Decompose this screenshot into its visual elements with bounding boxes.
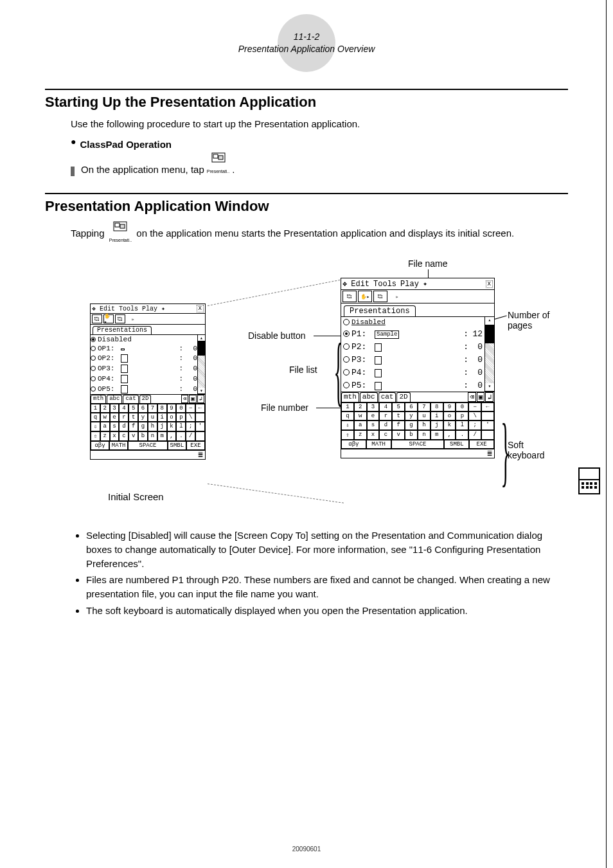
radio-icon[interactable] bbox=[343, 356, 350, 363]
soft-keyboard[interactable]: mth abc cat 2D ⌫ ▣ ↲ 1234567890−←qwertyu… bbox=[91, 394, 205, 450]
menu-tools[interactable]: Tools bbox=[119, 305, 138, 312]
key[interactable]: w bbox=[354, 411, 367, 420]
radio-icon[interactable] bbox=[343, 369, 350, 375]
key[interactable]: w bbox=[100, 413, 110, 422]
key[interactable]: 8 bbox=[431, 402, 443, 411]
key[interactable]: 5 bbox=[129, 404, 138, 413]
key[interactable] bbox=[481, 411, 494, 420]
key[interactable]: , bbox=[443, 430, 456, 440]
kbd-tab[interactable]: 2D bbox=[396, 392, 410, 402]
key[interactable]: 5 bbox=[392, 402, 405, 411]
key[interactable]: g bbox=[138, 422, 148, 431]
radio-icon[interactable] bbox=[343, 319, 350, 325]
key[interactable]: k bbox=[443, 420, 456, 430]
key[interactable]: x bbox=[110, 431, 120, 441]
file-row[interactable]: P2: :0 bbox=[341, 340, 484, 353]
key[interactable]: i bbox=[157, 413, 167, 422]
kbd-tool-icon[interactable]: ↲ bbox=[197, 395, 204, 403]
file-row[interactable]: P3: :0 bbox=[341, 353, 484, 366]
key[interactable]: h bbox=[148, 422, 157, 431]
key[interactable]: ⇧ bbox=[341, 430, 354, 440]
key[interactable]: 9 bbox=[443, 402, 456, 411]
key[interactable]: o bbox=[443, 411, 456, 420]
menu-diamond-icon[interactable]: ✦ bbox=[161, 305, 165, 312]
key[interactable]: u bbox=[418, 411, 431, 420]
file-row[interactable]: OP4: :0 bbox=[91, 374, 197, 384]
key[interactable]: ; bbox=[186, 422, 195, 431]
file-row[interactable]: P1:Sample:12 bbox=[341, 327, 484, 340]
key[interactable]: k bbox=[167, 422, 177, 431]
key[interactable]: r bbox=[119, 413, 129, 422]
key[interactable]: 0 bbox=[176, 404, 186, 413]
scrollbar[interactable]: ▴▾ bbox=[484, 317, 494, 392]
key[interactable]: f bbox=[129, 422, 138, 431]
key[interactable]: t bbox=[392, 411, 405, 420]
menu-diamond-icon[interactable]: ✦ bbox=[423, 279, 427, 289]
key[interactable]: \ bbox=[468, 411, 481, 420]
key[interactable]: 2 bbox=[100, 404, 110, 413]
radio-icon[interactable] bbox=[91, 376, 96, 381]
key[interactable]: ⇩ bbox=[91, 422, 100, 431]
key[interactable] bbox=[195, 431, 205, 441]
key[interactable]: e bbox=[110, 413, 120, 422]
radio-icon[interactable] bbox=[91, 337, 96, 342]
soft-keyboard[interactable]: mth abc cat 2D ⌫ ▣ ↲ 1234567890−←qwertyu… bbox=[341, 392, 494, 449]
radio-icon[interactable] bbox=[91, 346, 96, 351]
key[interactable]: s bbox=[367, 420, 380, 430]
file-row[interactable]: OP3: :0 bbox=[91, 363, 197, 374]
kbd-tab[interactable]: mth bbox=[91, 395, 106, 403]
kbd-tool-icon[interactable]: ⌫ bbox=[468, 392, 476, 402]
key[interactable]: MATH bbox=[109, 441, 128, 450]
key[interactable]: 6 bbox=[405, 402, 418, 411]
key[interactable]: SPACE bbox=[391, 440, 445, 449]
key[interactable]: m bbox=[157, 431, 167, 441]
key[interactable]: v bbox=[129, 431, 138, 441]
menu-icon[interactable]: ❖ bbox=[92, 305, 96, 312]
key[interactable]: 7 bbox=[418, 402, 431, 411]
key[interactable]: u bbox=[148, 413, 157, 422]
key[interactable]: a bbox=[354, 420, 367, 430]
file-row[interactable]: P4: :0 bbox=[341, 366, 484, 379]
key[interactable]: ← bbox=[481, 402, 494, 411]
key[interactable]: q bbox=[91, 413, 100, 422]
key[interactable]: 6 bbox=[138, 404, 148, 413]
key[interactable]: 8 bbox=[157, 404, 167, 413]
tool-icon[interactable]: ⿻ bbox=[115, 314, 125, 323]
file-row[interactable]: OP5: :0 bbox=[91, 384, 197, 394]
kbd-tool-icon[interactable]: ▣ bbox=[189, 395, 196, 403]
key[interactable]: g bbox=[405, 420, 418, 430]
key[interactable]: ' bbox=[195, 422, 205, 431]
key[interactable]: c bbox=[119, 431, 129, 441]
key[interactable]: o bbox=[167, 413, 177, 422]
key[interactable]: SPACE bbox=[128, 441, 168, 450]
kbd-tab[interactable]: abc bbox=[360, 392, 378, 402]
key[interactable]: m bbox=[431, 430, 443, 440]
key[interactable]: 3 bbox=[367, 402, 380, 411]
key[interactable]: 1 bbox=[341, 402, 354, 411]
key[interactable]: b bbox=[138, 431, 148, 441]
kbd-tool-icon[interactable]: ▣ bbox=[477, 392, 485, 402]
key[interactable]: p bbox=[456, 411, 468, 420]
key[interactable]: y bbox=[138, 413, 148, 422]
key[interactable]: s bbox=[110, 422, 120, 431]
disabled-row[interactable]: Disabled bbox=[91, 335, 197, 344]
key[interactable]: t bbox=[129, 413, 138, 422]
tab-presentations[interactable]: Presentations bbox=[93, 326, 152, 334]
key[interactable]: c bbox=[379, 430, 392, 440]
key[interactable]: r bbox=[379, 411, 392, 420]
key[interactable]: αβγ bbox=[341, 440, 366, 449]
key[interactable]: d bbox=[379, 420, 392, 430]
radio-icon[interactable] bbox=[343, 382, 350, 388]
key[interactable]: 4 bbox=[379, 402, 392, 411]
key[interactable]: 1 bbox=[91, 404, 100, 413]
menu-play[interactable]: Play bbox=[400, 280, 419, 289]
key[interactable]: − bbox=[468, 402, 481, 411]
menu-edit[interactable]: Edit bbox=[351, 280, 369, 289]
key[interactable]: l bbox=[176, 422, 186, 431]
tool-icon[interactable]: ⿻ bbox=[92, 314, 102, 323]
kbd-tab[interactable]: cat bbox=[378, 392, 396, 402]
key[interactable]: y bbox=[405, 411, 418, 420]
key[interactable]: 4 bbox=[119, 404, 129, 413]
key[interactable]: 2 bbox=[354, 402, 367, 411]
key[interactable]: z bbox=[100, 431, 110, 441]
